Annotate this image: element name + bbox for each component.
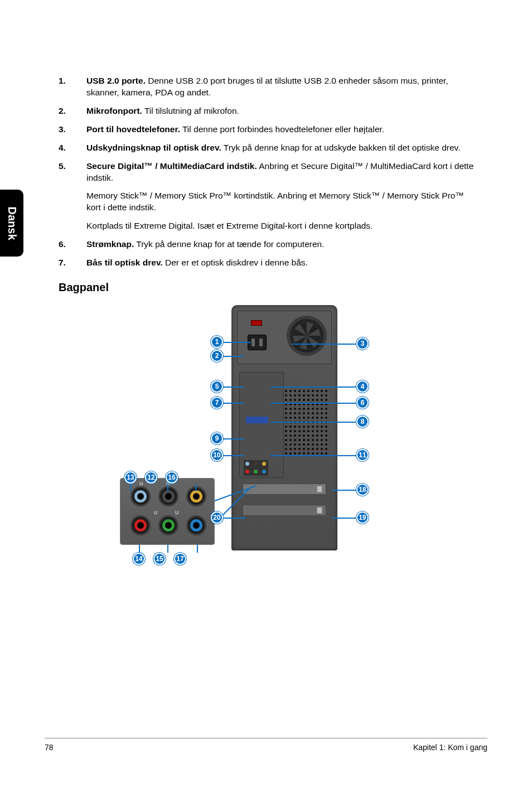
- callout-9: 9: [211, 432, 223, 445]
- leader: [223, 518, 245, 519]
- list-number: 5.: [59, 161, 86, 184]
- callout-1: 1: [211, 336, 223, 348]
- page-number: 78: [45, 743, 54, 752]
- page-footer: 78 Kapitel 1: Kom i gang: [45, 738, 487, 752]
- audio-jack-lineout: [158, 515, 178, 535]
- list-item: 7. Bås til optisk drev. Der er et optisk…: [59, 257, 477, 269]
- audio-jack-linein: [186, 515, 206, 535]
- chapter-label: Kapitel 1: Kom i gang: [413, 743, 487, 752]
- list-body: Port til hovedtelefoner. Til denne port …: [86, 124, 477, 136]
- callout-19: 19: [356, 511, 369, 524]
- leader: [223, 403, 244, 404]
- language-tab-label: Dansk: [6, 206, 18, 240]
- leader: [270, 386, 356, 388]
- list-body: USB 2.0 porte. Denne USB 2.0 port bruges…: [86, 75, 477, 99]
- leader: [292, 344, 356, 345]
- callout-7: 7: [211, 397, 223, 409]
- audio-jack-csub: [186, 486, 206, 506]
- list-item: 1. USB 2.0 porte. Denne USB 2.0 port bru…: [59, 75, 477, 99]
- leader: [223, 342, 251, 343]
- leader: [223, 386, 244, 388]
- list-body: Secure Digital™ / MultiMediaCard indstik…: [86, 161, 477, 184]
- list-body: Bås til optisk drev. Der er et optisk di…: [86, 257, 477, 269]
- sub-paragraph: Kortplads til Extreme Digital. Isæt et E…: [86, 220, 477, 232]
- callout-14: 14: [133, 553, 145, 565]
- list-item: 5. Secure Digital™ / MultiMediaCard inds…: [59, 161, 477, 184]
- callout-10: 10: [211, 449, 223, 461]
- leader: [195, 484, 196, 491]
- list-item: 4. Udskydningsknap til optisk drev. Tryk…: [59, 142, 477, 154]
- audio-jack-rear: [158, 486, 178, 506]
- audio-jack-side: [130, 486, 151, 506]
- leader: [167, 484, 168, 491]
- callout-20: 20: [211, 511, 223, 524]
- callout-16: 16: [166, 471, 178, 484]
- list-number: 4.: [59, 142, 86, 154]
- audio-block: [244, 460, 268, 476]
- leader: [139, 545, 140, 553]
- leader: [332, 490, 356, 491]
- section-title: Bagpanel: [59, 281, 477, 294]
- sub-paragraph: Memory Stick™ / Memory Stick Pro™ kortin…: [86, 190, 477, 214]
- psu: [237, 311, 332, 364]
- leader: [270, 403, 356, 404]
- leader: [332, 518, 356, 519]
- callout-13: 13: [124, 471, 137, 484]
- list-body: Udskydningsknap til optisk drev. Tryk på…: [86, 142, 477, 154]
- callout-4: 4: [356, 380, 369, 393]
- callout-5: 5: [211, 380, 223, 393]
- leader: [270, 455, 356, 456]
- list-body: Strømknap. Tryk på denne knap for at tæn…: [86, 239, 477, 250]
- callout-8: 8: [356, 416, 369, 428]
- list-item: 6. Strømknap. Tryk på denne knap for at …: [59, 239, 477, 250]
- rear-panel-diagram: U U U U 1 2 5 7 9 10 20 3 4 6: [59, 305, 477, 595]
- audio-jack-mic: [130, 515, 151, 535]
- callout-2: 2: [211, 350, 223, 362]
- list-item: 2. Mikrofonport. Til tilslutning af mikr…: [59, 105, 477, 117]
- leader: [197, 545, 198, 553]
- leader: [223, 455, 244, 456]
- leader: [223, 356, 244, 357]
- list-number: 2.: [59, 105, 86, 117]
- callout-18: 18: [356, 484, 369, 496]
- list-number: 1.: [59, 75, 86, 99]
- leader: [223, 438, 244, 439]
- leader: [130, 484, 131, 491]
- list-item: 3. Port til hovedtelefoner. Til denne po…: [59, 124, 477, 136]
- callout-15: 15: [153, 553, 166, 565]
- list-number: 3.: [59, 124, 86, 136]
- callout-12: 12: [145, 471, 157, 484]
- language-tab: Dansk: [0, 190, 23, 257]
- voltage-switch: [251, 320, 262, 326]
- page-content: 1. USB 2.0 porte. Denne USB 2.0 port bru…: [59, 75, 477, 595]
- psu-fan: [287, 316, 327, 356]
- leader: [270, 422, 356, 423]
- vga-port: [246, 417, 268, 423]
- callout-3: 3: [356, 337, 369, 350]
- expansion-card-2: [243, 505, 326, 516]
- list-body: Mikrofonport. Til tilslutning af mikrofo…: [86, 105, 477, 117]
- list-number: 7.: [59, 257, 86, 269]
- callout-6: 6: [356, 397, 369, 409]
- callout-17: 17: [174, 553, 186, 565]
- callout-11: 11: [356, 449, 369, 461]
- leader: [167, 545, 168, 553]
- list-number: 6.: [59, 239, 86, 250]
